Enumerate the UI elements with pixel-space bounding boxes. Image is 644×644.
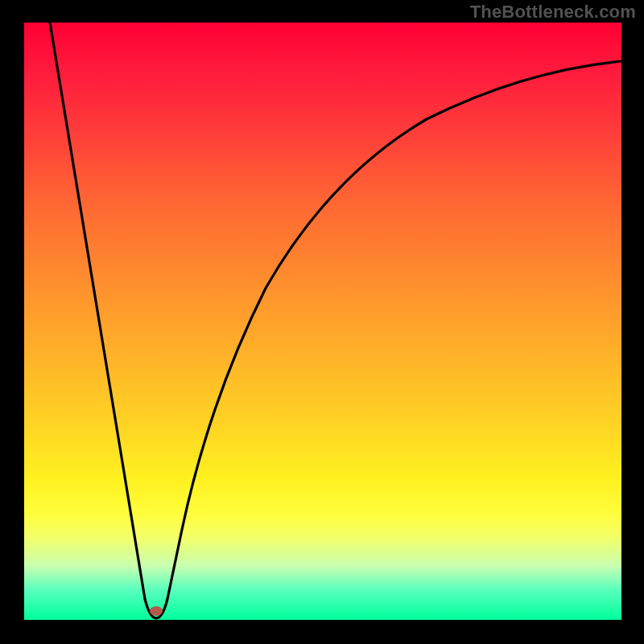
curve-path [50,23,621,618]
chart-frame: TheBottleneck.com [0,0,644,644]
watermark-text: TheBottleneck.com [470,2,636,23]
bottleneck-curve [24,23,621,620]
plot-area [24,23,621,620]
optimum-marker [150,606,163,616]
